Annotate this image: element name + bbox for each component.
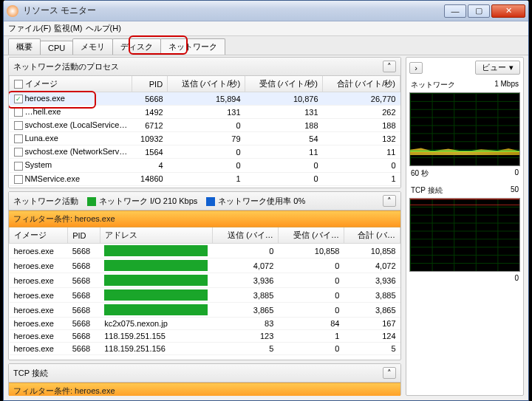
titlebar[interactable]: リソース モニター — ▢ ✕: [4, 1, 528, 21]
tab-overview[interactable]: 概要: [8, 38, 41, 55]
table-row[interactable]: heroes.exe56684,07204,072: [10, 258, 400, 273]
table-row[interactable]: ✓heroes.exe566815,89410,87626,770: [10, 92, 400, 106]
table-row[interactable]: heroes.exe5668kc2x075.nexon.jp8384167: [10, 318, 400, 330]
minimize-button[interactable]: —: [444, 4, 466, 18]
collapse-icon[interactable]: ˄: [383, 61, 396, 72]
menu-monitor[interactable]: 監視(M): [54, 23, 83, 34]
table-row[interactable]: svchost.exe (LocalService…67120188188: [10, 119, 400, 132]
table-row[interactable]: svchost.exe (NetworkServ…156401111: [10, 145, 400, 159]
process-panel: ネットワーク活動のプロセス ˄ イメージ PID 送信 (バイト/秒) 受信 (…: [8, 57, 401, 188]
table-row[interactable]: heroes.exe56683,88503,885: [10, 288, 400, 303]
table-row[interactable]: heroes.exe56683,93603,936: [10, 273, 400, 288]
address-redacted: [104, 304, 208, 315]
table-row[interactable]: Luna.exe109327954132: [10, 132, 400, 145]
menubar: ファイル(F) 監視(M) ヘルプ(H): [4, 21, 528, 36]
table-row[interactable]: heroes.exe56683,86503,865: [10, 303, 400, 318]
process-panel-title: ネットワーク活動のプロセス: [13, 61, 119, 72]
tab-cpu[interactable]: CPU: [40, 41, 73, 55]
address-redacted: [104, 275, 208, 286]
tabbar: 概要 CPU メモリ ディスク ネットワーク: [4, 36, 528, 55]
collapse-icon[interactable]: ˄: [383, 367, 396, 379]
process-grid[interactable]: イメージ PID 送信 (バイト/秒) 受信 (バイト/秒) 合計 (バイト/秒…: [9, 76, 400, 188]
address-redacted: [104, 245, 208, 256]
checkbox[interactable]: [14, 148, 23, 157]
window-title: リソース モニター: [23, 4, 444, 17]
app-icon: [7, 5, 18, 17]
maximize-button[interactable]: ▢: [468, 4, 490, 18]
tab-memory[interactable]: メモリ: [72, 38, 113, 55]
table-row[interactable]: …hell.exe1492131131262: [10, 106, 400, 119]
blue-indicator-icon: [206, 197, 215, 206]
table-row[interactable]: System4000: [10, 159, 400, 172]
table-row[interactable]: heroes.exe5668118.159.251.1551231124: [10, 330, 400, 343]
network-graph: [409, 92, 520, 166]
activity-panel: ネットワーク活動 ネットワーク I/O 210 Kbps ネットワーク使用率 0…: [8, 191, 401, 360]
tab-disk[interactable]: ディスク: [112, 38, 161, 55]
checkbox[interactable]: [14, 175, 23, 184]
tcp-panel-title: TCP 接続: [13, 368, 48, 379]
checkbox[interactable]: [14, 121, 23, 130]
activity-panel-title: ネットワーク活動: [13, 196, 78, 207]
checkbox[interactable]: [14, 108, 23, 117]
table-row[interactable]: NMService.exe14860101: [10, 172, 400, 185]
expand-right-icon[interactable]: ›: [409, 62, 423, 74]
table-row[interactable]: heroes.exe5668118.159.251.156505: [10, 343, 400, 355]
filter-bar: フィルター条件: heroes.exe: [9, 210, 400, 227]
checkbox[interactable]: ✓: [14, 95, 23, 103]
activity-grid[interactable]: イメージ PID アドレス 送信 (バイ… 受信 (バイ… 合計 (バ… her…: [9, 227, 400, 360]
address-redacted: [104, 289, 208, 301]
collapse-icon[interactable]: ˄: [383, 195, 396, 207]
tcp-filter-bar: フィルター条件: heroes.exe: [9, 383, 400, 396]
checkbox-all[interactable]: [14, 80, 23, 89]
chevron-down-icon: ▾: [509, 63, 514, 72]
table-row[interactable]: heroes.exe5668010,85810,858: [10, 244, 400, 258]
view-dropdown[interactable]: ビュー▾: [475, 61, 520, 75]
close-button[interactable]: ✕: [491, 4, 525, 18]
tcp-panel: TCP 接続 ˄ フィルター条件: heroes.exe: [8, 363, 401, 396]
graphs-panel: › ビュー▾ ネットワーク1 Mbps 60 秒0 TCP 接続50 0: [406, 57, 524, 396]
green-indicator-icon: [87, 197, 96, 206]
resource-monitor-window: リソース モニター — ▢ ✕ ファイル(F) 監視(M) ヘルプ(H) 概要 …: [3, 0, 529, 401]
checkbox[interactable]: [14, 134, 23, 143]
tcp-graph: [409, 198, 520, 272]
address-redacted: [104, 260, 208, 271]
tab-network[interactable]: ネットワーク: [160, 38, 225, 55]
menu-help[interactable]: ヘルプ(H): [86, 23, 121, 34]
checkbox[interactable]: [14, 162, 23, 171]
menu-file[interactable]: ファイル(F): [8, 23, 51, 34]
